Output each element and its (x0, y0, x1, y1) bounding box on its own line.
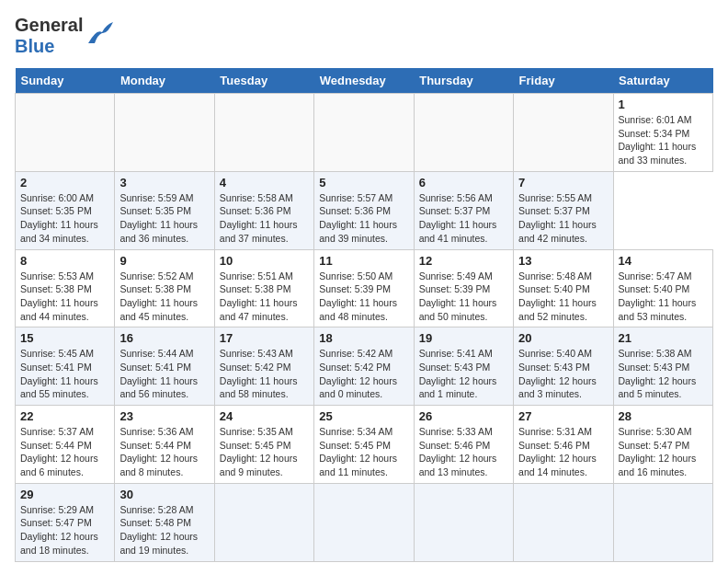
day-number: 28 (619, 409, 708, 423)
empty-cell (214, 94, 313, 172)
day-cell-15: 15Sunrise: 5:45 AMSunset: 5:41 PMDayligh… (16, 327, 115, 406)
empty-cell (613, 483, 712, 561)
day-number: 10 (220, 254, 309, 268)
empty-cell (314, 94, 414, 172)
empty-cell (514, 483, 613, 561)
day-info: Sunrise: 5:35 AMSunset: 5:45 PMDaylight:… (220, 425, 309, 479)
day-info: Sunrise: 5:55 AMSunset: 5:37 PMDaylight:… (518, 191, 608, 246)
day-cell-21: 21Sunrise: 5:38 AMSunset: 5:43 PMDayligh… (613, 327, 712, 406)
calendar-week-5: 22Sunrise: 5:37 AMSunset: 5:44 PMDayligh… (16, 406, 713, 484)
day-info: Sunrise: 5:58 AMSunset: 5:36 PMDaylight:… (220, 191, 309, 246)
day-info: Sunrise: 5:37 AMSunset: 5:44 PMDaylight:… (20, 425, 109, 479)
day-cell-14: 14Sunrise: 5:47 AMSunset: 5:40 PMDayligh… (613, 249, 712, 327)
day-info: Sunrise: 5:30 AMSunset: 5:47 PMDaylight:… (619, 425, 708, 479)
day-cell-30: 30Sunrise: 5:28 AMSunset: 5:48 PMDayligh… (115, 483, 214, 561)
day-info: Sunrise: 5:38 AMSunset: 5:43 PMDaylight:… (619, 347, 708, 401)
day-cell-7: 7Sunrise: 5:55 AMSunset: 5:37 PMDaylight… (514, 171, 613, 249)
day-number: 16 (119, 331, 209, 345)
empty-cell (16, 94, 115, 172)
day-info: Sunrise: 5:34 AMSunset: 5:45 PMDaylight:… (319, 425, 408, 479)
day-info: Sunrise: 5:47 AMSunset: 5:40 PMDaylight:… (619, 270, 708, 324)
day-info: Sunrise: 5:45 AMSunset: 5:41 PMDaylight:… (20, 347, 109, 401)
day-number: 8 (20, 254, 109, 268)
day-cell-19: 19Sunrise: 5:41 AMSunset: 5:43 PMDayligh… (414, 327, 513, 406)
day-info: Sunrise: 5:57 AMSunset: 5:36 PMDaylight:… (319, 191, 408, 246)
day-number: 3 (119, 176, 209, 190)
day-number: 29 (20, 488, 109, 501)
day-cell-27: 27Sunrise: 5:31 AMSunset: 5:46 PMDayligh… (514, 406, 613, 484)
day-number: 21 (619, 331, 708, 345)
empty-cell (514, 94, 613, 172)
weekday-header-friday: Friday (514, 68, 613, 94)
day-number: 6 (419, 176, 508, 190)
day-info: Sunrise: 5:52 AMSunset: 5:38 PMDaylight:… (119, 270, 209, 324)
day-cell-4: 4Sunrise: 5:58 AMSunset: 5:36 PMDaylight… (214, 171, 313, 249)
calendar-week-1: 1Sunrise: 6:01 AMSunset: 5:34 PMDaylight… (16, 94, 713, 172)
empty-cell (414, 483, 513, 561)
day-number: 12 (419, 254, 508, 268)
day-number: 30 (119, 488, 209, 501)
weekday-header-sunday: Sunday (16, 68, 115, 94)
day-number: 14 (619, 254, 708, 268)
day-number: 18 (319, 331, 408, 345)
day-info: Sunrise: 5:41 AMSunset: 5:43 PMDaylight:… (419, 347, 508, 401)
day-cell-9: 9Sunrise: 5:52 AMSunset: 5:38 PMDaylight… (115, 249, 214, 327)
day-info: Sunrise: 5:43 AMSunset: 5:42 PMDaylight:… (220, 347, 309, 401)
day-cell-1: 1Sunrise: 6:01 AMSunset: 5:34 PMDaylight… (613, 94, 712, 172)
day-cell-24: 24Sunrise: 5:35 AMSunset: 5:45 PMDayligh… (214, 406, 313, 484)
day-cell-16: 16Sunrise: 5:44 AMSunset: 5:41 PMDayligh… (115, 327, 214, 406)
day-cell-5: 5Sunrise: 5:57 AMSunset: 5:36 PMDaylight… (314, 171, 414, 249)
page-header: General Blue (15, 15, 713, 57)
day-number: 26 (419, 409, 508, 423)
day-cell-17: 17Sunrise: 5:43 AMSunset: 5:42 PMDayligh… (214, 327, 313, 406)
day-info: Sunrise: 5:28 AMSunset: 5:48 PMDaylight:… (119, 503, 209, 557)
empty-cell (214, 483, 313, 561)
day-number: 11 (319, 254, 408, 268)
day-cell-28: 28Sunrise: 5:30 AMSunset: 5:47 PMDayligh… (613, 406, 712, 484)
calendar-table: SundayMondayTuesdayWednesdayThursdayFrid… (15, 68, 713, 562)
day-cell-10: 10Sunrise: 5:51 AMSunset: 5:38 PMDayligh… (214, 249, 313, 327)
day-info: Sunrise: 6:00 AMSunset: 5:35 PMDaylight:… (20, 191, 109, 246)
day-info: Sunrise: 5:56 AMSunset: 5:37 PMDaylight:… (419, 191, 508, 246)
day-number: 7 (518, 176, 608, 190)
day-info: Sunrise: 5:36 AMSunset: 5:44 PMDaylight:… (119, 425, 209, 479)
day-info: Sunrise: 5:49 AMSunset: 5:39 PMDaylight:… (419, 270, 508, 324)
logo-bird-icon (85, 19, 115, 49)
day-number: 23 (119, 409, 209, 423)
day-number: 27 (518, 409, 608, 423)
day-number: 17 (220, 331, 309, 345)
day-number: 24 (220, 409, 309, 423)
day-cell-13: 13Sunrise: 5:48 AMSunset: 5:40 PMDayligh… (514, 249, 613, 327)
weekday-header-row: SundayMondayTuesdayWednesdayThursdayFrid… (16, 68, 713, 94)
logo-blue: Blue (15, 36, 83, 57)
day-info: Sunrise: 5:40 AMSunset: 5:43 PMDaylight:… (518, 347, 608, 401)
day-number: 2 (20, 176, 109, 190)
weekday-header-tuesday: Tuesday (214, 68, 313, 94)
calendar-week-3: 8Sunrise: 5:53 AMSunset: 5:38 PMDaylight… (16, 249, 713, 327)
calendar-week-2: 2Sunrise: 6:00 AMSunset: 5:35 PMDaylight… (16, 171, 713, 249)
day-info: Sunrise: 5:59 AMSunset: 5:35 PMDaylight:… (119, 191, 209, 246)
calendar-week-4: 15Sunrise: 5:45 AMSunset: 5:41 PMDayligh… (16, 327, 713, 406)
day-info: Sunrise: 5:31 AMSunset: 5:46 PMDaylight:… (518, 425, 608, 479)
day-info: Sunrise: 5:53 AMSunset: 5:38 PMDaylight:… (20, 270, 109, 324)
day-cell-26: 26Sunrise: 5:33 AMSunset: 5:46 PMDayligh… (414, 406, 513, 484)
day-number: 9 (119, 254, 209, 268)
day-number: 19 (419, 331, 508, 345)
day-info: Sunrise: 5:50 AMSunset: 5:39 PMDaylight:… (319, 270, 408, 324)
day-number: 4 (220, 176, 309, 190)
day-cell-2: 2Sunrise: 6:00 AMSunset: 5:35 PMDaylight… (16, 171, 115, 249)
weekday-header-monday: Monday (115, 68, 214, 94)
day-cell-18: 18Sunrise: 5:42 AMSunset: 5:42 PMDayligh… (314, 327, 414, 406)
day-cell-25: 25Sunrise: 5:34 AMSunset: 5:45 PMDayligh… (314, 406, 414, 484)
day-info: Sunrise: 5:48 AMSunset: 5:40 PMDaylight:… (518, 270, 608, 324)
day-number: 1 (619, 98, 708, 111)
day-cell-8: 8Sunrise: 5:53 AMSunset: 5:38 PMDaylight… (16, 249, 115, 327)
day-info: Sunrise: 5:29 AMSunset: 5:47 PMDaylight:… (20, 503, 109, 557)
day-cell-20: 20Sunrise: 5:40 AMSunset: 5:43 PMDayligh… (514, 327, 613, 406)
day-number: 20 (518, 331, 608, 345)
weekday-header-saturday: Saturday (613, 68, 712, 94)
day-cell-22: 22Sunrise: 5:37 AMSunset: 5:44 PMDayligh… (16, 406, 115, 484)
day-cell-29: 29Sunrise: 5:29 AMSunset: 5:47 PMDayligh… (16, 483, 115, 561)
weekday-header-thursday: Thursday (414, 68, 513, 94)
day-info: Sunrise: 5:42 AMSunset: 5:42 PMDaylight:… (319, 347, 408, 401)
